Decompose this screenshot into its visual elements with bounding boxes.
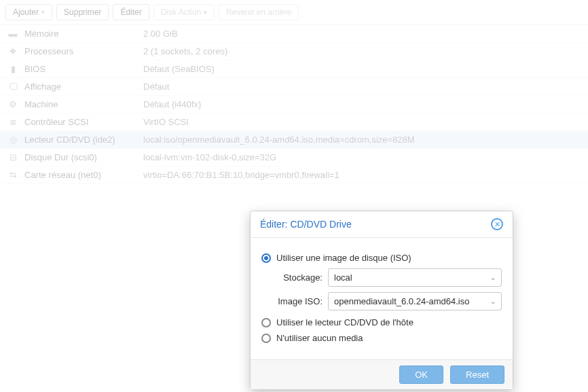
cd-icon: ◎ xyxy=(7,135,19,145)
hardware-name: Machine xyxy=(24,99,143,109)
hardware-row[interactable]: 🖵AffichageDéfaut xyxy=(0,78,588,96)
radio-use-host[interactable]: Utiliser le lecteur CD/DVD de l'hôte xyxy=(261,317,502,327)
hardware-row[interactable]: ▮BIOSDéfaut (SeaBIOS) xyxy=(0,60,588,78)
remove-button[interactable]: Supprimer xyxy=(56,4,109,20)
chevron-down-icon: ▾ xyxy=(204,9,207,16)
hardware-value: VirtIO SCSI xyxy=(143,117,581,127)
hardware-value: local-lvm:vm-102-disk-0,size=32G xyxy=(143,152,581,162)
hardware-name: Carte réseau (net0) xyxy=(24,170,143,180)
radio-icon xyxy=(261,253,271,263)
hardware-value: 2 (1 sockets, 2 cores) xyxy=(143,46,581,56)
display-icon: 🖵 xyxy=(7,82,19,92)
chevron-down-icon: ⌄ xyxy=(490,298,496,305)
radio-label: Utiliser une image de disque (ISO) xyxy=(276,253,411,263)
hardware-value: local:iso/openmediavault_6.0.24-amd64.is… xyxy=(143,135,581,145)
add-button[interactable]: Ajouter ▾ xyxy=(5,4,52,20)
dialog-footer: OK Reset xyxy=(251,359,513,389)
hardware-row[interactable]: ⚙MachineDéfaut (i440fx) xyxy=(0,96,588,113)
hardware-row[interactable]: ⇆Carte réseau (net0)virtio=DA:66:70:B1:5… xyxy=(0,166,588,184)
radio-label: Utiliser le lecteur CD/DVD de l'hôte xyxy=(276,317,414,327)
hardware-value: 2.00 GiB xyxy=(143,29,581,39)
hardware-value: Défaut (i440fx) xyxy=(143,99,581,109)
chevron-down-icon: ⌄ xyxy=(490,274,496,281)
hardware-row[interactable]: ❖Processeurs2 (1 sockets, 2 cores) xyxy=(0,43,588,60)
dialog-body: Utiliser une image de disque (ISO) Stock… xyxy=(251,238,513,359)
hardware-row[interactable]: ◎Lecteur CD/DVD (ide2)local:iso/openmedi… xyxy=(0,131,588,149)
hardware-row[interactable]: ≣Contrôleur SCSIVirtIO SCSI xyxy=(0,113,588,131)
radio-icon xyxy=(261,334,271,343)
scsi-icon: ≣ xyxy=(7,117,19,127)
dialog-title-prefix: Éditer: xyxy=(260,219,287,230)
iso-value: openmediavault_6.0.24-amd64.iso xyxy=(334,296,469,306)
dialog-header: Éditer: CD/DVD Drive ✕ xyxy=(251,211,513,238)
memory-icon: ▬ xyxy=(7,29,19,39)
hardware-name: Contrôleur SCSI xyxy=(24,117,143,127)
ok-button[interactable]: OK xyxy=(399,366,443,384)
reset-button[interactable]: Reset xyxy=(450,366,504,384)
cpu-icon: ❖ xyxy=(7,46,19,56)
hardware-name: BIOS xyxy=(24,64,143,74)
radio-use-iso[interactable]: Utiliser une image de disque (ISO) xyxy=(261,253,502,263)
hardware-name: Affichage xyxy=(24,82,143,92)
bios-icon: ▮ xyxy=(7,64,19,74)
hardware-name: Mémoire xyxy=(24,29,143,39)
radio-icon xyxy=(261,318,271,327)
net-icon: ⇆ xyxy=(7,170,19,180)
storage-label: Stockage: xyxy=(276,272,328,283)
chevron-down-icon: ▾ xyxy=(41,9,45,16)
edit-button[interactable]: Éditer xyxy=(113,4,149,20)
hardware-value: Défaut (SeaBIOS) xyxy=(143,64,581,74)
hardware-row[interactable]: ▬Mémoire2.00 GiB xyxy=(0,25,588,43)
hardware-row[interactable]: ⊟Disque Dur (scsi0)local-lvm:vm-102-disk… xyxy=(0,149,588,166)
hardware-value: Défaut xyxy=(143,82,581,92)
radio-no-media[interactable]: N'utiliser aucun media xyxy=(261,333,502,343)
disk-action-button[interactable]: Disk Action ▾ xyxy=(153,4,215,20)
radio-label: N'utiliser aucun media xyxy=(276,333,363,343)
hardware-list: ▬Mémoire2.00 GiB❖Processeurs2 (1 sockets… xyxy=(0,25,588,184)
hdd-icon: ⊟ xyxy=(7,152,19,162)
toolbar: Ajouter ▾ Supprimer Éditer Disk Action ▾… xyxy=(0,0,588,25)
machine-icon: ⚙ xyxy=(7,99,19,109)
iso-select[interactable]: openmediavault_6.0.24-amd64.iso ⌄ xyxy=(328,292,502,310)
revert-button[interactable]: Revenir en arrière xyxy=(219,4,299,20)
hardware-name: Processeurs xyxy=(24,46,143,56)
hardware-name: Lecteur CD/DVD (ide2) xyxy=(24,135,143,145)
edit-cddvd-dialog: Éditer: CD/DVD Drive ✕ Utiliser une imag… xyxy=(250,211,513,390)
disk-action-label: Disk Action xyxy=(161,7,201,17)
iso-form: Stockage: local ⌄ Image ISO: openmediava… xyxy=(276,268,502,310)
close-icon[interactable]: ✕ xyxy=(491,218,503,230)
hardware-name: Disque Dur (scsi0) xyxy=(24,152,143,162)
dialog-title: CD/DVD Drive xyxy=(290,219,351,230)
storage-value: local xyxy=(334,272,352,283)
hardware-value: virtio=DA:66:70:B1:5B:10,bridge=vmbr0,fi… xyxy=(143,170,581,180)
storage-select[interactable]: local ⌄ xyxy=(328,268,502,287)
iso-label: Image ISO: xyxy=(276,296,328,306)
add-label: Ajouter xyxy=(13,7,39,17)
